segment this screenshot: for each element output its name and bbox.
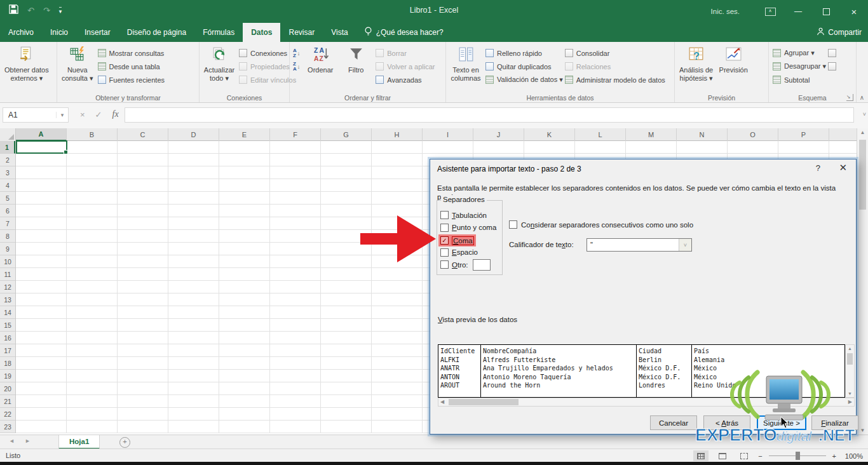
cancel-entry-icon[interactable]: × [80,110,85,119]
show-detail-button[interactable] [828,48,836,58]
row-header-10[interactable]: 10 [0,255,15,268]
confirm-entry-icon[interactable]: ✓ [95,110,102,119]
grid-vertical-scrollbar[interactable]: ▲ ▼ [857,128,868,435]
formula-input[interactable] [125,107,854,123]
texto-en-columnas-button[interactable]: Texto encolumnas [448,43,484,83]
column-header-m[interactable]: M [626,128,677,141]
separator-tabulacion-checkbox[interactable]: Tabulación [440,210,487,220]
preview-hscroll-thumb[interactable] [449,399,519,405]
checkbox-icon[interactable] [440,224,449,232]
checkbox-icon[interactable] [440,211,449,219]
tab-inicio[interactable]: Inicio [42,23,76,42]
hide-detail-button[interactable] [828,61,836,72]
row-header-19[interactable]: 19 [0,370,15,382]
page-break-view-icon[interactable] [736,450,752,461]
tab-archivo[interactable]: Archivo [0,23,42,42]
new-sheet-button[interactable]: + [119,437,130,448]
tell-me-box[interactable]: ¿Qué desea hacer? [356,23,451,42]
agrupar-button[interactable]: Agrupar ▾ [773,48,826,58]
finalizar-button[interactable]: Finalizar [811,415,858,430]
relleno-rapido-button[interactable]: Relleno rápido [485,48,563,58]
separator-otro-checkbox[interactable]: Otro: [440,259,491,270]
fuentes-recientes-button[interactable]: Fuentes recientes [98,74,165,85]
atras-button[interactable]: < Atrás [703,415,750,430]
separator-coma-checkbox[interactable]: ✓Coma [438,234,476,246]
scroll-left-icon[interactable]: ◀ [440,399,444,405]
checkbox-checked-icon[interactable]: ✓ [440,236,449,245]
insert-function-icon[interactable]: fx [112,109,119,119]
column-header-d[interactable]: D [168,128,219,141]
row-header-4[interactable]: 4 [0,179,15,192]
row-header-13[interactable]: 13 [0,293,15,306]
mostrar-consultas-button[interactable]: Mostrar consultas [98,48,165,58]
tab-datos[interactable]: Datos [243,23,280,42]
column-header-o[interactable]: O [728,128,778,141]
other-separator-input[interactable] [473,259,491,271]
row-header-17[interactable]: 17 [0,344,15,357]
expand-formula-bar-icon[interactable]: ˅ [863,111,866,118]
scroll-right-icon[interactable]: ▶ [848,399,852,405]
text-qualifier-combobox[interactable]: " ˅ [587,238,692,252]
column-header-e[interactable]: E [219,128,270,141]
nueva-consulta-button[interactable]: Nuevaconsulta ▾ [59,43,96,83]
dialog-close-button[interactable]: ✕ [839,162,847,173]
column-header-j[interactable]: J [473,128,524,141]
vertical-scroll-thumb[interactable] [859,140,866,210]
column-header-n[interactable]: N [677,128,728,141]
analisis-de-hipotesis-button[interactable]: ?Análisis dehipótesis ▾ [677,43,715,83]
collapse-ribbon-icon[interactable]: ∧ [860,94,864,101]
tab-diseno-de-pagina[interactable]: Diseño de página [119,23,194,42]
minimize-button[interactable]: — [784,0,812,23]
row-header-3[interactable]: 3 [0,166,15,179]
row-header-14[interactable]: 14 [0,306,15,319]
row-header-1[interactable]: 1 [0,141,15,154]
row-header-16[interactable]: 16 [0,332,15,344]
restore-button[interactable] [812,0,840,23]
prevision-button[interactable]: Previsión [715,43,751,74]
column-header-partial[interactable] [829,128,857,141]
tab-revisar[interactable]: Revisar [280,23,323,42]
sort-za-icon[interactable]: ZA↓ [293,62,300,72]
filtro-button[interactable]: Filtro [338,43,374,74]
consolidar-button[interactable]: Consolidar [565,48,665,58]
scroll-down-icon[interactable]: ▼ [846,391,854,396]
row-header-22[interactable]: 22 [0,408,15,421]
column-header-h[interactable]: H [372,128,423,141]
name-box-dropdown-icon[interactable]: ▾ [56,112,68,118]
share-button[interactable]: Compartir [817,23,862,42]
zoom-slider[interactable] [769,455,826,456]
subtotal-button[interactable]: Subtotal [773,74,826,85]
cancelar-button[interactable]: Cancelar [650,415,697,430]
sheet-nav-arrows[interactable]: ◄► [9,438,41,444]
desde-una-tabla-button[interactable]: Desde una tabla [98,61,165,72]
preview-vscroll-thumb[interactable] [847,353,853,365]
checkbox-icon[interactable] [440,248,449,257]
row-header-18[interactable]: 18 [0,357,15,370]
ordenar-button[interactable]: ZAAZOrdenar [302,43,338,74]
ribbon-display-options-icon[interactable]: ∧ [756,0,784,23]
column-header-p[interactable]: P [778,128,829,141]
selected-cell-a1[interactable] [16,140,67,154]
column-header-f[interactable]: F [270,128,321,141]
dialog-launcher-icon[interactable]: ↘ [846,94,853,101]
column-header-c[interactable]: C [118,128,168,141]
zoom-slider-thumb[interactable] [796,452,800,460]
row-header-9[interactable]: 9 [0,243,15,255]
column-header-l[interactable]: L [575,128,626,141]
column-header-a[interactable]: A [16,128,67,141]
siguiente-button[interactable]: Siguiente > [757,415,806,430]
normal-view-icon[interactable] [693,450,709,461]
tab-vista[interactable]: Vista [323,23,356,42]
name-box[interactable]: A1 ▾ [3,107,69,123]
tab-formulas[interactable]: Fórmulas [194,23,243,42]
row-header-15[interactable]: 15 [0,319,15,332]
zoom-in-icon[interactable]: + [832,452,836,460]
close-button[interactable]: × [840,0,868,23]
actualizar-todo-button[interactable]: Actualizartodo ▾ [201,43,237,83]
sort-az-icon[interactable]: AZ↓ [293,48,300,58]
row-header-21[interactable]: 21 [0,395,15,408]
separator-punto-y-coma-checkbox[interactable]: Punto y coma [440,222,496,233]
column-header-g[interactable]: G [321,128,372,141]
zoom-out-icon[interactable]: − [758,452,762,460]
separator-espacio-checkbox[interactable]: Espacio [440,247,478,258]
